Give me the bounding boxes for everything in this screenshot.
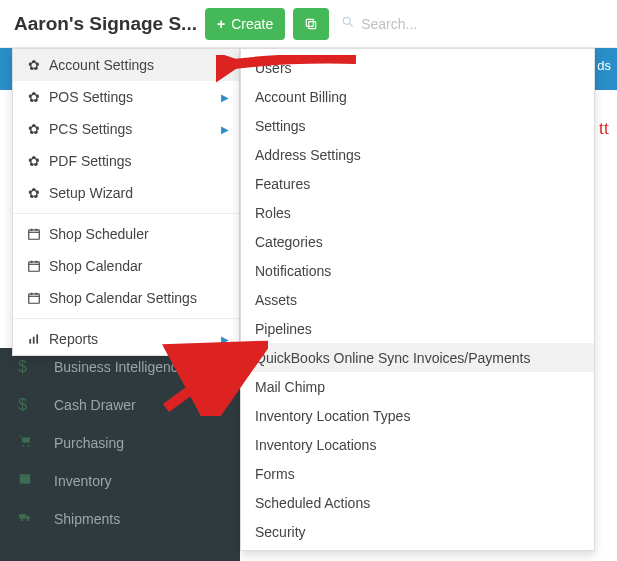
submenu-item-label: Address Settings [255,147,361,163]
menu-divider [13,318,239,319]
submenu-item-label: QuickBooks Online Sync Invoices/Payments [255,350,530,366]
app-title: Aaron's Signage S... [8,13,197,35]
sidebar-item-label: Business Intelligence [54,359,186,375]
submenu-item[interactable]: Account Billing [241,82,594,111]
submenu-item[interactable]: Forms [241,459,594,488]
submenu-item-label: Notifications [255,263,331,279]
submenu-item[interactable]: Security [241,517,594,546]
chart-icon [25,332,43,346]
menu-shop-calendar-settings[interactable]: Shop Calendar Settings [13,282,239,314]
submenu-item[interactable]: Scheduled Actions [241,488,594,517]
menu-account-settings[interactable]: ✿ Account Settings [13,49,239,81]
menu-item-label: Account Settings [49,57,154,73]
menu-item-label: POS Settings [49,89,133,105]
submenu-item[interactable]: Mail Chimp [241,372,594,401]
submenu-item[interactable]: Roles [241,198,594,227]
submenu-item-label: Features [255,176,310,192]
calendar-icon [25,291,43,305]
caret-right-icon: ▶ [221,334,229,345]
submenu-item[interactable]: Address Settings [241,140,594,169]
sidebar-item-cashdrawer[interactable]: $ Cash Drawer [0,386,240,424]
clone-icon [304,17,318,31]
submenu-item-label: Forms [255,466,295,482]
submenu-item[interactable]: Inventory Locations [241,430,594,459]
sidebar-item-shipments[interactable]: Shipments [0,500,240,538]
svg-point-9 [21,519,23,521]
submenu-item[interactable]: QuickBooks Online Sync Invoices/Payments [241,343,594,372]
svg-point-2 [344,17,351,24]
submenu-item[interactable]: Users [241,53,594,82]
create-label: Create [231,16,273,32]
truck-icon [18,510,42,528]
svg-rect-1 [307,19,314,26]
svg-rect-7 [20,474,31,476]
svg-rect-23 [29,339,31,344]
search-icon [341,15,355,33]
svg-rect-24 [33,337,35,344]
submenu-item[interactable]: Notifications [241,256,594,285]
svg-point-5 [28,445,30,447]
page-title-fragment: tt [599,118,609,139]
search-input[interactable] [361,16,511,32]
menu-reports[interactable]: Reports ▶ [13,323,239,355]
menu-pdf-settings[interactable]: ✿ PDF Settings [13,145,239,177]
submenu-item[interactable]: Features [241,169,594,198]
submenu-item[interactable]: Inventory Location Types [241,401,594,430]
menu-pcs-settings[interactable]: ✿ PCS Settings ▶ [13,113,239,145]
menu-shop-calendar[interactable]: Shop Calendar [13,250,239,282]
caret-right-icon: ▶ [221,124,229,135]
plus-icon: + [217,16,225,32]
submenu-item-label: Roles [255,205,291,221]
cart-icon [18,434,42,452]
svg-point-10 [27,519,29,521]
sidebar-item-purchasing[interactable]: Purchasing [0,424,240,462]
calendar-icon [25,259,43,273]
svg-rect-6 [20,477,31,484]
sidebar-item-label: Cash Drawer [54,397,136,413]
box-icon [18,472,42,490]
blue-strip-tag: ds [597,58,617,73]
submenu-item-label: Assets [255,292,297,308]
sidebar-item-label: Inventory [54,473,112,489]
svg-rect-15 [29,262,40,271]
caret-right-icon: ▶ [221,92,229,103]
menu-item-label: PDF Settings [49,153,131,169]
svg-point-4 [22,445,24,447]
gear-icon: ✿ [25,185,43,201]
submenu-item-label: Account Billing [255,89,347,105]
submenu-item[interactable]: Settings [241,111,594,140]
clone-button[interactable] [293,8,329,40]
create-button[interactable]: + Create [205,8,285,40]
search-wrap [341,15,609,33]
menu-item-label: Shop Calendar Settings [49,290,197,306]
menu-item-label: PCS Settings [49,121,132,137]
calendar-icon [25,227,43,241]
menu-item-label: Reports [49,331,98,347]
svg-rect-8 [19,514,26,519]
submenu-item-label: Mail Chimp [255,379,325,395]
sidebar-item-label: Purchasing [54,435,124,451]
submenu-item[interactable]: Pipelines [241,314,594,343]
settings-menu: ✿ Account Settings ✿ POS Settings ▶ ✿ PC… [12,48,240,356]
sidebar-item-inventory[interactable]: Inventory [0,462,240,500]
menu-item-label: Shop Scheduler [49,226,149,242]
svg-rect-19 [29,294,40,303]
menu-pos-settings[interactable]: ✿ POS Settings ▶ [13,81,239,113]
gear-icon: ✿ [25,153,43,169]
submenu-item-label: Scheduled Actions [255,495,370,511]
svg-rect-0 [309,21,316,28]
dollar-icon: $ [18,358,42,376]
dollar-icon: $ [18,396,42,414]
sidebar-item-label: Shipments [54,511,120,527]
menu-item-label: Shop Calendar [49,258,142,274]
submenu-item[interactable]: Assets [241,285,594,314]
svg-line-3 [350,23,353,26]
submenu-item[interactable]: Categories [241,227,594,256]
menu-shop-scheduler[interactable]: Shop Scheduler [13,218,239,250]
submenu-item-label: Pipelines [255,321,312,337]
submenu-item-label: Inventory Location Types [255,408,410,424]
menu-setup-wizard[interactable]: ✿ Setup Wizard [13,177,239,209]
gear-icon: ✿ [25,121,43,137]
submenu-item-label: Inventory Locations [255,437,376,453]
menu-divider [13,213,239,214]
